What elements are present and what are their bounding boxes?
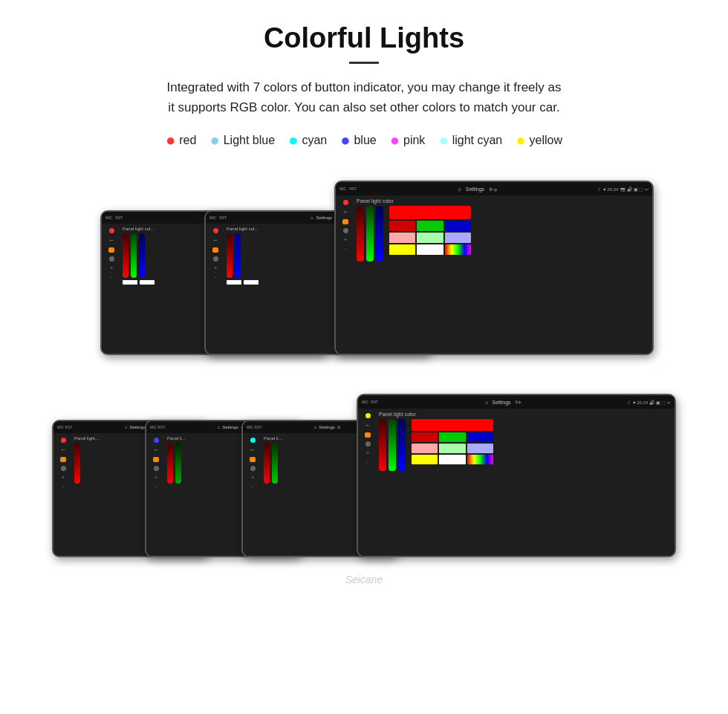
back2-icon-3 (343, 228, 348, 233)
top-devices-row: MIC RST ⌂ Settings ⚙ ψ ← (30, 169, 698, 355)
bulb-icon-red: ● (166, 132, 175, 149)
color-item-pink: ● pink (390, 132, 426, 149)
bot-back-3: ← (250, 447, 256, 453)
power-icon-1 (109, 228, 114, 233)
vol-up-1: + (110, 265, 113, 270)
bot-sidebar-1: ← + - (56, 436, 70, 553)
bot-back-4: ← (365, 422, 371, 429)
power-icon-3 (343, 200, 348, 205)
slider-red-1[interactable] (123, 233, 129, 278)
power-icon-2 (213, 228, 218, 233)
bot-device-4: MICRST ⌂Settings⚙ ψ ☾ ♥ 20:24 🔊 ▣ ⬚ ↩ ← (357, 394, 676, 557)
back-icon-2: ← (212, 237, 218, 244)
topbar-label-3: Settings (466, 186, 484, 192)
bot-back2-1 (61, 466, 66, 471)
sidebar-1: ← + - (105, 227, 118, 351)
slider-red-3[interactable] (357, 206, 364, 262)
bot-topbar-4: MICRST ⌂Settings⚙ ψ ☾ ♥ 20:24 🔊 ▣ ⬚ ↩ (358, 395, 675, 409)
bot-swatch-4-r3c3 (467, 455, 493, 464)
bot-back-2: ← (153, 447, 159, 453)
title-divider (349, 62, 379, 64)
bot-slider-r-2[interactable] (167, 443, 173, 484)
color-item-lightcyan: ● light cyan (438, 132, 502, 149)
bot-sidebar-4: ← + - (361, 412, 374, 553)
slider-blue-3[interactable] (376, 206, 383, 262)
page-title: Colorful Lights (30, 22, 698, 54)
slider-blue-1[interactable] (139, 233, 145, 278)
bot-sidebar-2: ← + - (149, 436, 163, 553)
sliders-3 (357, 206, 383, 262)
bot-body-4: Panel light color (379, 412, 672, 553)
bot-swatch-4-r2c2 (439, 444, 465, 453)
color-label-blue: blue (354, 134, 376, 147)
bot-main-4: ← + - Panel light color (358, 409, 675, 556)
bot-big-swatch-4 (412, 419, 493, 431)
bulb-icon-blue: ● (340, 132, 350, 149)
bot-slider-g-4[interactable] (389, 419, 396, 471)
topbar-label-2: Settings (316, 215, 333, 220)
slider-green-3[interactable] (366, 206, 374, 262)
vol-dn-1: - (111, 274, 112, 279)
top-device-3: MIC RST ⌂ Settings ⚙ ψ ☾ ♥ 20:24 📷 🔊 ▣ ⬚… (334, 181, 654, 355)
bulb-icon-pink: ● (390, 132, 400, 149)
bot-slider-b-4[interactable] (398, 419, 406, 471)
bot-power-2 (154, 438, 159, 443)
home-icon-3 (342, 219, 348, 224)
panel-label-3: Panel light color (357, 198, 649, 204)
back-icon-1: ← (108, 237, 114, 244)
page-container: Colorful Lights Integrated with 7 colors… (0, 0, 728, 600)
color-item-blue: ● blue (340, 132, 377, 149)
bot-swatch-4-r1c2 (439, 432, 465, 442)
bot-slider-r-3[interactable] (264, 443, 270, 484)
bot-slider-g-2[interactable] (175, 443, 181, 484)
back2-icon-2 (213, 256, 218, 262)
color-label-lightcyan: light cyan (452, 134, 503, 147)
slider-red-2[interactable] (227, 233, 233, 278)
swatch-3-r2c3 (445, 233, 471, 243)
bulb-icon-lightblue: ● (209, 132, 219, 149)
color-item-cyan: ● cyan (288, 132, 327, 149)
home-icon-1 (108, 247, 114, 253)
vol-up-3: + (344, 237, 347, 242)
bot-slider-r-1[interactable] (74, 443, 80, 484)
bot-home-2 (153, 457, 159, 462)
bot-back2-2 (154, 466, 159, 471)
bot-power-1 (61, 438, 66, 443)
swatch-3-r2c2 (417, 233, 443, 243)
sidebar-3: ← + - (339, 198, 352, 351)
color-item-lightblue: ● Light blue (209, 132, 275, 149)
watermark: Seicane (30, 574, 698, 585)
swatch-3-r3c2 (417, 244, 443, 255)
topbar-3: MIC RST ⌂ Settings ⚙ ψ ☾ ♥ 20:24 📷 🔊 ▣ ⬚… (336, 182, 652, 195)
description: Integrated with 7 colors of button indic… (30, 77, 698, 117)
color-grid-3 (389, 206, 471, 255)
color-item-red: ● red (166, 132, 196, 149)
bulb-icon-cyan: ● (288, 132, 298, 149)
bulb-icon-lightcyan: ● (438, 132, 448, 149)
bot-home-3 (250, 457, 256, 462)
vol-dn-2: - (215, 274, 216, 279)
bot-power-4 (365, 413, 371, 418)
bot-slider-g-3[interactable] (272, 443, 278, 484)
color-label-lightblue: Light blue (224, 134, 275, 147)
bot-swatch-4-r2c3 (467, 444, 493, 453)
slider-blue-2[interactable] (235, 233, 241, 278)
bulb-icon-yellow: ● (516, 132, 525, 149)
bot-home-1 (60, 457, 66, 462)
vol-up-2: + (214, 265, 217, 270)
color-label-cyan: cyan (302, 134, 327, 147)
swatch-3-r3c1 (389, 244, 415, 255)
bot-color-grid-4 (412, 419, 493, 464)
slider-green-1[interactable] (131, 233, 137, 278)
bot-sliders-4 (379, 419, 406, 471)
bot-slider-r-4[interactable] (379, 419, 386, 471)
back-icon-3: ← (342, 209, 348, 215)
sidebar-2: ← + - (209, 227, 222, 351)
bot-sidebar-3: ← + - (246, 436, 259, 553)
bot-swatch-4-r1c3 (467, 432, 493, 442)
screen-3: MIC RST ⌂ Settings ⚙ ψ ☾ ♥ 20:24 📷 🔊 ▣ ⬚… (336, 182, 652, 354)
swatch-3-r3c3 (445, 244, 471, 255)
bot-screen-4: MICRST ⌂Settings⚙ ψ ☾ ♥ 20:24 🔊 ▣ ⬚ ↩ ← (358, 395, 675, 556)
color-label-yellow: yellow (530, 134, 562, 147)
main-3: ← + - Panel light color (336, 195, 652, 354)
